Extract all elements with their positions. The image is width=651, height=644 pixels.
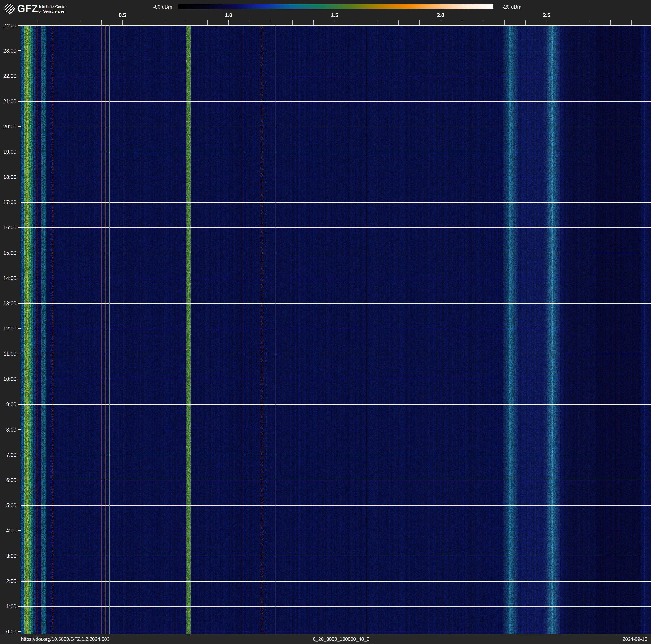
y-axis-tick [18, 202, 21, 202]
brand-name: GFZ [17, 3, 38, 14]
x-axis-label: 1.5 [325, 12, 344, 18]
y-axis-tick [18, 51, 21, 51]
x-axis-tick [547, 20, 547, 25]
plot-parameters: 0_20_3000_100000_40_0 [313, 637, 369, 642]
y-axis-label: 2:00 [0, 578, 17, 584]
y-axis-label: 8:00 [0, 427, 17, 433]
x-axis-tick [313, 20, 314, 25]
x-axis-tick [80, 20, 81, 25]
x-axis-tick [38, 20, 38, 25]
y-axis-label: 19:00 [0, 149, 17, 155]
x-axis-tick [377, 20, 377, 25]
doi-link[interactable]: https://doi.org/10.5880/GFZ.1.2.2024.003 [21, 637, 110, 642]
x-axis-tick [101, 20, 102, 25]
x-axis-label: 0.5 [113, 12, 132, 18]
y-axis-label: 11:00 [0, 351, 17, 357]
colorbar-max-label: -20 dBm [502, 4, 521, 10]
y-axis-label: 5:00 [0, 502, 17, 508]
y-axis-tick [18, 455, 21, 455]
spectrogram-viewer: GFZ Helmholtz Centre for Geosciences -80… [0, 0, 651, 644]
plot-date: 2024-09-16 [622, 637, 647, 642]
y-axis-label: 12:00 [0, 326, 17, 332]
y-axis-tick [18, 151, 21, 152]
x-axis-label: 2.0 [431, 12, 450, 18]
x-axis-tick [610, 20, 611, 25]
x-axis-tick [250, 20, 250, 25]
y-axis-label: 16:00 [0, 225, 17, 231]
x-axis-tick [335, 20, 335, 25]
y-axis-tick [18, 606, 21, 607]
y-axis-tick [18, 505, 21, 505]
y-axis-label: 14:00 [0, 275, 17, 281]
x-axis-tick [356, 20, 356, 25]
x-axis-tick [462, 20, 462, 25]
x-axis-tick [207, 20, 208, 25]
colorbar [179, 4, 494, 9]
spectrogram-heatmap [21, 25, 651, 634]
x-axis-label: 2.5 [537, 12, 556, 18]
x-axis-tick [441, 20, 441, 25]
y-axis-tick [18, 632, 21, 632]
y-axis-tick [18, 530, 21, 531]
y-axis-tick [18, 581, 21, 581]
x-axis-tick [271, 20, 271, 25]
y-axis-label: 17:00 [0, 199, 17, 205]
x-axis-tick [186, 20, 186, 25]
y-axis-tick [18, 278, 21, 278]
y-axis-tick [18, 25, 21, 26]
x-axis-tick [589, 20, 589, 25]
y-axis-tick [18, 76, 21, 76]
x-axis-tick [504, 20, 505, 25]
y-axis-label: 18:00 [0, 174, 17, 180]
y-axis-label: 9:00 [0, 402, 17, 408]
y-axis-label: 3:00 [0, 553, 17, 559]
x-axis-tick [292, 20, 292, 25]
x-axis-tick [483, 20, 484, 25]
y-axis-tick [18, 556, 21, 556]
y-axis-tick [18, 303, 21, 303]
y-axis-label: 13:00 [0, 300, 17, 306]
y-axis-tick [18, 480, 21, 480]
y-axis-label: 6:00 [0, 477, 17, 483]
y-axis-label: 22:00 [0, 73, 17, 79]
x-axis-tick [568, 20, 568, 25]
y-axis-tick [18, 354, 21, 354]
y-axis-label: 0:00 [0, 628, 17, 635]
gfz-logo-icon [5, 4, 15, 14]
y-axis-tick [18, 379, 21, 379]
y-axis-label: 23:00 [0, 48, 17, 54]
org-name: Helmholtz Centre for Geosciences [37, 4, 67, 14]
y-axis-tick [18, 227, 21, 228]
x-axis-tick [631, 20, 632, 25]
x-axis-tick [228, 20, 229, 25]
y-axis-tick [18, 430, 21, 430]
org-line1: Helmholtz Centre [37, 4, 67, 9]
y-axis-label: 15:00 [0, 250, 17, 256]
y-axis-tick [18, 126, 21, 127]
x-axis-tick [59, 20, 59, 25]
x-axis-tick [165, 20, 165, 25]
y-axis-tick [18, 101, 21, 101]
y-axis-tick [18, 328, 21, 329]
y-axis-label: 7:00 [0, 452, 17, 458]
y-axis-tick [18, 177, 21, 177]
x-axis-tick [420, 20, 420, 25]
y-axis-label: 4:00 [0, 528, 17, 534]
y-axis-label: 10:00 [0, 376, 17, 382]
x-axis-tick [122, 20, 123, 25]
x-axis-tick [398, 20, 399, 25]
y-axis-tick [18, 404, 21, 405]
x-axis-label: 1.0 [219, 12, 238, 18]
y-axis-label: 1:00 [0, 604, 17, 610]
y-axis-label: 24:00 [0, 23, 17, 29]
y-axis-label: 20:00 [0, 124, 17, 130]
colorbar-min-label: -80 dBm [153, 4, 172, 10]
x-axis-tick [525, 20, 526, 25]
x-axis-tick [144, 20, 144, 25]
y-axis-tick [18, 253, 21, 253]
y-axis-label: 21:00 [0, 98, 17, 105]
org-line2: for Geosciences [37, 9, 67, 14]
